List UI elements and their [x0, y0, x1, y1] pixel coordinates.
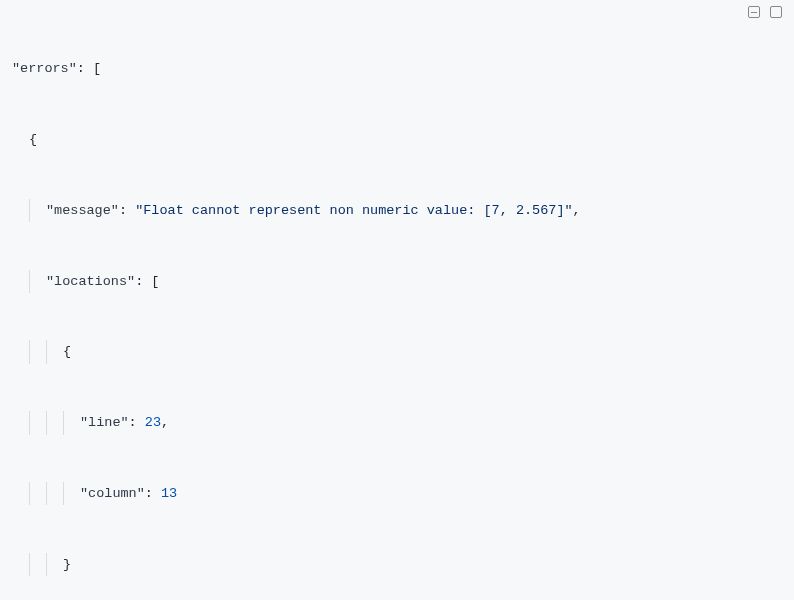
json-line: "line": 23, — [12, 411, 782, 435]
json-line: } — [12, 553, 782, 577]
json-key: "line" — [80, 415, 129, 430]
json-line: { — [12, 128, 782, 152]
json-line: "errors": [ — [12, 57, 782, 81]
json-number: 13 — [161, 486, 177, 501]
json-line: "column": 13 — [12, 482, 782, 506]
json-line: { — [12, 340, 782, 364]
json-brace: { — [29, 132, 37, 147]
json-line: "locations": [ — [12, 270, 782, 294]
collapse-icon[interactable] — [748, 6, 760, 18]
json-viewer: "errors": [ { "message": "Float cannot r… — [12, 10, 782, 600]
json-punc: : [ — [77, 61, 101, 76]
json-key: "message" — [46, 203, 119, 218]
json-brace: { — [63, 344, 71, 359]
json-key: "locations" — [46, 274, 135, 289]
json-brace: } — [63, 557, 71, 572]
json-number: 23 — [145, 415, 161, 430]
expand-icon[interactable] — [770, 6, 782, 18]
json-line: "message": "Float cannot represent non n… — [12, 199, 782, 223]
json-key: "errors" — [12, 61, 77, 76]
json-string: "Float cannot represent non numeric valu… — [135, 203, 572, 218]
json-key: "column" — [80, 486, 145, 501]
